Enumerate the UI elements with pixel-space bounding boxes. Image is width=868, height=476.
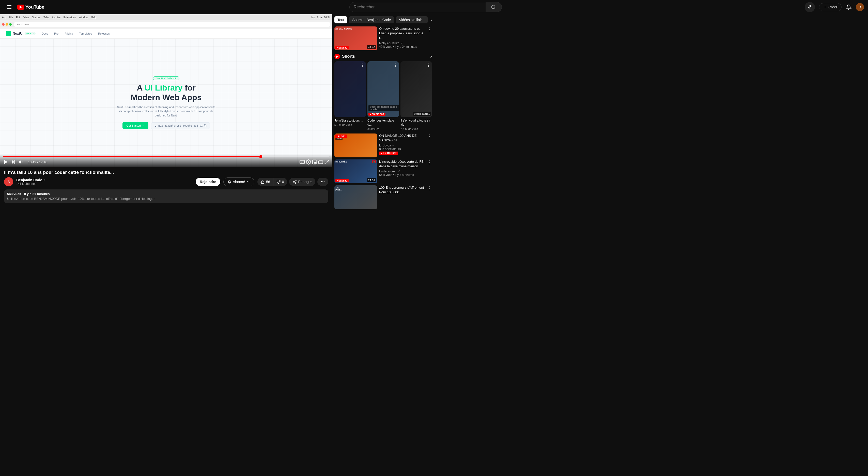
list-item[interactable]: 100ENT... 100 Entrepreneurs s'Affrontent…: [334, 185, 432, 209]
main-layout: Arc File Edit View Spaces Tabs Archive E…: [0, 14, 434, 238]
rec-title: On devine 29 saucissons et Elian a propo…: [379, 26, 425, 40]
short-more-button[interactable]: ⋮: [360, 63, 364, 68]
rec-more-button[interactable]: ⋮: [427, 133, 432, 139]
channel-avatar[interactable]: B: [4, 177, 13, 186]
filter-tab-similaire[interactable]: Vidéos similair...: [396, 16, 428, 23]
shorts-section: ▶ Shorts › ⋮ Je m'étais toujours ... 5,2…: [334, 53, 432, 130]
short-thumb: 10 fois d'affilé... ⋮: [400, 61, 432, 117]
more-dots-icon: •••: [321, 180, 325, 184]
fullscreen-button[interactable]: [324, 159, 329, 165]
os-tabs-label: Tabs: [43, 16, 49, 19]
list-item[interactable]: 19022000 LIVE ON MANGE 100 ANS DE SANDWI…: [334, 133, 432, 157]
os-archive-label: Archive: [52, 16, 60, 19]
rec-badge-nouveau: Nouveau: [335, 179, 349, 182]
theater-icon: [318, 159, 323, 165]
nuxt-nav-pricing: Pricing: [65, 32, 73, 35]
rec-more-button[interactable]: ⋮: [427, 185, 432, 191]
list-item[interactable]: 29 SAU-SSONS 42:40 Nouveau On devine 29 …: [334, 26, 432, 50]
search-input[interactable]: [349, 2, 434, 12]
progress-bar[interactable]: [3, 156, 329, 157]
rec-info: L'incroyable découverte du FBI dans la c…: [379, 159, 425, 183]
short-more-button[interactable]: ⋮: [393, 63, 397, 68]
dislike-button[interactable]: 0: [273, 178, 287, 186]
os-clock: Mon 6 Jan 16:34: [312, 16, 331, 19]
play-button[interactable]: [3, 159, 9, 165]
rec-meta: 54 k vues • il y a 4 heures: [379, 173, 425, 177]
short-views: 35 k vues: [367, 127, 399, 130]
like-count: 56: [266, 180, 270, 184]
volume-button[interactable]: [18, 159, 24, 165]
url-bar: ui.nuxt.com: [14, 22, 330, 27]
rec-more-button[interactable]: ⋮: [427, 26, 432, 32]
svg-rect-6: [205, 125, 207, 127]
get-started-button[interactable]: Get Started →: [122, 122, 148, 129]
search-bar: [349, 2, 434, 12]
rec-more-button[interactable]: ⋮: [427, 159, 432, 165]
fullscreen-icon: [324, 159, 329, 165]
short-more-button[interactable]: ⋮: [426, 63, 430, 68]
miniplayer-button[interactable]: [312, 159, 317, 165]
os-bar-items: Arc File Edit View Spaces Tabs Archive E…: [2, 16, 96, 19]
captions-button[interactable]: HD: [299, 159, 305, 165]
short-title: Il s'en voudra toute sa vie: [400, 119, 432, 127]
channel-verified-icon: ✓: [400, 41, 403, 45]
rec-channel: Mcfly et Carlito ✓: [379, 41, 425, 45]
channel-row: B Benjamin Code ✓ 141 k abonnés Rejoindr…: [4, 177, 328, 186]
svg-line-22: [294, 182, 295, 183]
chevron-down-icon: [246, 180, 250, 184]
controls-row: 13:49 / 17:40 HD: [3, 159, 329, 165]
rec-info: On devine 29 saucissons et Elian a propo…: [379, 26, 425, 50]
shorts-nav-button[interactable]: ›: [430, 53, 432, 59]
list-item[interactable]: 10 fois d'affilé... ⋮ Il s'en voudra tou…: [400, 61, 432, 130]
youtube-logo[interactable]: YouTube: [17, 5, 44, 10]
os-spaces-label: Spaces: [32, 16, 40, 19]
meta-row: 548 vues il y a 21 minutes: [7, 192, 325, 196]
nuxt-hero-title: A UI Library forModern Web Apps: [131, 83, 202, 102]
video-player: Arc File Edit View Spaces Tabs Archive E…: [0, 14, 332, 167]
next-button[interactable]: [11, 159, 16, 165]
list-item[interactable]: INFILTRÉS 🎬 24:09 Nouveau L'incroyable d…: [334, 159, 432, 183]
channel-verified-icon: ✓: [392, 144, 395, 147]
hamburger-button[interactable]: [4, 2, 14, 12]
time-display: 13:49 / 17:40: [28, 160, 47, 164]
svg-line-17: [327, 160, 329, 162]
short-views: 5,2 M de vues: [334, 123, 366, 126]
svg-marker-10: [19, 160, 21, 164]
list-item[interactable]: Coder des toujours dans le monde EN DIRE…: [367, 61, 399, 130]
os-view-label: View: [23, 16, 29, 19]
filter-tab-source[interactable]: Source : Benjamin Code: [349, 16, 394, 23]
upload-time: il y a 21 minutes: [24, 192, 50, 196]
nuxt-logo: NuxtUI v2.20.0: [6, 31, 36, 36]
join-button[interactable]: Rejoindre: [196, 178, 220, 186]
short-views: 2,4 M de vues: [400, 127, 432, 130]
current-time: 13:49: [28, 160, 36, 164]
settings-button[interactable]: [306, 159, 311, 165]
browser-dots: [2, 23, 12, 26]
svg-rect-9: [14, 160, 15, 164]
sidebar: Tout Source : Benjamin Code Vidéos simil…: [332, 14, 434, 238]
next-icon: [11, 159, 16, 165]
like-button[interactable]: 56: [257, 178, 273, 186]
filter-tab-tout[interactable]: Tout: [334, 16, 347, 23]
theater-button[interactable]: [318, 159, 323, 165]
rec-thumb: INFILTRÉS 🎬 24:09 Nouveau: [334, 159, 377, 183]
rec-meta: 49 k vues • il y a 24 minutes: [379, 45, 425, 49]
subscribe-button[interactable]: Abonné: [223, 177, 254, 186]
nuxt-logo-text: NuxtUI: [13, 32, 23, 35]
video-screenshot: Arc File Edit View Spaces Tabs Archive E…: [0, 14, 332, 167]
fullscreen-dot: [9, 23, 12, 26]
share-icon: [293, 180, 297, 184]
rec-channel: Underscore_ ✓: [379, 170, 425, 173]
more-button[interactable]: •••: [317, 178, 328, 186]
os-extensions-label: Extensions: [64, 16, 76, 19]
list-item[interactable]: ⋮ Je m'étais toujours ... 5,2 M de vues: [334, 61, 366, 130]
svg-marker-8: [12, 160, 14, 164]
nuxt-nav: NuxtUI v2.20.0 Docs Pro Pricing Template…: [0, 28, 332, 39]
tabs-chevron-right-button[interactable]: ›: [430, 17, 432, 23]
rec-thumb: 100ENT...: [334, 185, 377, 209]
action-buttons: 56 0 Partager •••: [257, 178, 328, 186]
short-thumb: Coder des toujours dans le monde EN DIRE…: [367, 61, 399, 117]
svg-point-21: [295, 183, 296, 184]
channel-name: Benjamin Code ✓: [16, 178, 193, 182]
share-button[interactable]: Partager: [289, 178, 316, 186]
